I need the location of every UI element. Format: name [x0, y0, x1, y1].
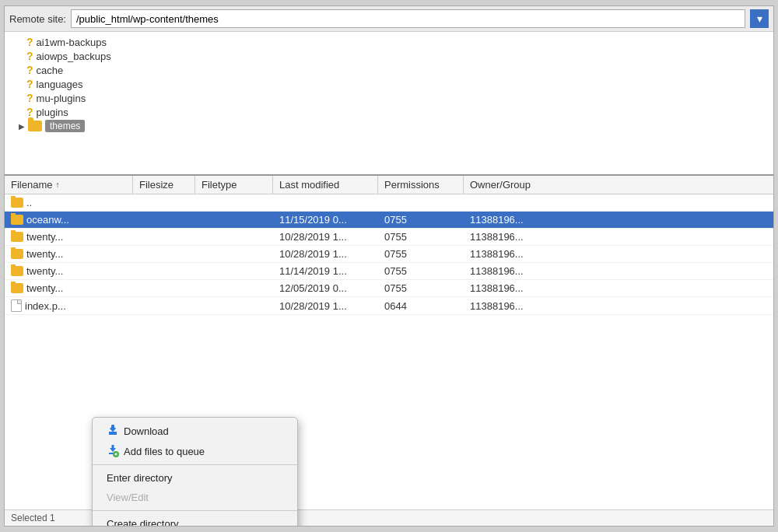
file-name-cell: twenty...: [5, 230, 133, 243]
file-name-cell: ..: [5, 196, 133, 209]
file-lastmod-cell: 10/28/2019 1...: [273, 247, 378, 261]
file-type-cell: [195, 254, 273, 255]
ctx-view-edit-label: View/Edit: [107, 492, 149, 503]
folder-icon: [28, 121, 42, 131]
ctx-separator-1: [93, 464, 297, 465]
file-name-cell: oceanw...: [5, 213, 133, 226]
tree-item-ai1wm-backups[interactable]: ? ai1wm-backups: [11, 35, 767, 49]
file-owner-cell: 11388196...: [464, 282, 773, 295]
file-lastmod-cell: 11/15/2019 0...: [273, 213, 378, 226]
context-menu: Download Add files to queue Enter direct…: [92, 417, 298, 526]
file-name-label: ..: [26, 197, 32, 208]
table-row[interactable]: ..: [5, 194, 773, 212]
file-owner-cell: 11388196...: [464, 299, 773, 313]
file-type-cell: [195, 305, 273, 306]
col-header-filetype[interactable]: Filetype: [195, 176, 273, 194]
folder-icon: [11, 266, 23, 276]
folder-icon: [11, 198, 23, 208]
file-size-cell: [133, 236, 195, 238]
status-text: Selected 1: [11, 513, 55, 523]
col-filename-label: Filename: [11, 179, 52, 191]
expand-arrow-icon: ▶: [17, 121, 26, 131]
ctx-create-directory[interactable]: Create directory: [93, 514, 297, 526]
remote-path-dropdown-button[interactable]: ▾: [750, 9, 769, 28]
file-name-cell: index.p...: [5, 299, 133, 313]
file-name-label: oceanw...: [26, 214, 69, 226]
file-owner-cell: 11388196...: [464, 230, 773, 243]
remote-bar: Remote site: ▾: [5, 6, 773, 32]
tree-item-languages[interactable]: ? languages: [11, 77, 767, 91]
tree-item-label: themes: [45, 120, 85, 132]
column-headers: Filename ↑ Filesize Filetype Last modifi…: [5, 176, 773, 194]
tree-item-label: aiowps_backups: [37, 51, 111, 62]
file-lastmod-cell: 11/14/2019 1...: [273, 264, 378, 278]
svg-rect-0: [109, 433, 117, 435]
col-lastmod-label: Last modified: [279, 179, 339, 191]
ctx-add-to-queue[interactable]: Add files to queue: [93, 441, 297, 461]
add-queue-icon: [107, 445, 119, 457]
tree-item-themes[interactable]: ▶ themes: [11, 119, 767, 133]
col-header-ownergroup[interactable]: Owner/Group: [464, 176, 773, 194]
tree-item-label: ai1wm-backups: [37, 37, 107, 48]
table-row[interactable]: twenty... 12/05/2019 0... 0755 11388196.…: [5, 280, 773, 297]
col-filetype-label: Filetype: [202, 179, 237, 191]
file-owner-cell: 11388196...: [464, 264, 773, 278]
table-row[interactable]: twenty... 10/28/2019 1... 0755 11388196.…: [5, 246, 773, 263]
remote-site-label: Remote site:: [9, 13, 66, 25]
table-row[interactable]: twenty... 11/14/2019 1... 0755 11388196.…: [5, 263, 773, 280]
file-icon: [11, 299, 22, 312]
tree-item-aiowps-backups[interactable]: ? aiowps_backups: [11, 49, 767, 63]
file-name-label: twenty...: [26, 231, 63, 243]
file-name-cell: twenty...: [5, 264, 133, 278]
question-icon: ?: [26, 50, 33, 62]
col-filesize-label: Filesize: [139, 179, 173, 191]
ctx-add-queue-label: Add files to queue: [124, 446, 205, 457]
svg-marker-3: [110, 425, 116, 432]
file-permissions-cell: 0755: [378, 247, 464, 261]
ctx-download[interactable]: Download: [93, 421, 297, 441]
main-panel: Remote site: ▾ ? ai1wm-backups ? aiowps_…: [4, 5, 774, 527]
file-name-label: twenty...: [26, 282, 63, 294]
tree-item-plugins[interactable]: ? plugins: [11, 105, 767, 119]
file-permissions-cell: 0644: [378, 299, 464, 313]
question-icon: ?: [26, 92, 33, 104]
folder-icon: [11, 232, 23, 242]
ctx-separator-2: [93, 510, 297, 511]
col-header-filesize[interactable]: Filesize: [133, 176, 195, 194]
file-type-cell: [195, 219, 273, 221]
tree-item-label: languages: [37, 79, 83, 90]
col-permissions-label: Permissions: [384, 179, 440, 191]
file-size-cell: [133, 219, 195, 221]
file-size-cell: [133, 288, 195, 289]
tree-item-mu-plugins[interactable]: ? mu-plugins: [11, 91, 767, 105]
ctx-enter-directory[interactable]: Enter directory: [93, 468, 297, 488]
question-icon: ?: [26, 36, 33, 48]
file-size-cell: [133, 305, 195, 306]
file-type-cell: [195, 271, 273, 272]
file-name-cell: twenty...: [5, 247, 133, 261]
directory-tree: ? ai1wm-backups ? aiowps_backups ? cache…: [5, 32, 773, 176]
table-row[interactable]: index.p... 10/28/2019 1... 0644 11388196…: [5, 297, 773, 315]
folder-icon: [11, 215, 23, 225]
file-type-cell: [195, 288, 273, 289]
col-header-lastmod[interactable]: Last modified: [273, 176, 378, 194]
file-name-label: twenty...: [26, 248, 63, 260]
sort-arrow-icon: ↑: [55, 180, 59, 189]
col-header-permissions[interactable]: Permissions: [378, 176, 464, 194]
table-row[interactable]: twenty... 10/28/2019 1... 0755 11388196.…: [5, 229, 773, 246]
col-header-filename[interactable]: Filename ↑: [5, 176, 133, 194]
file-lastmod-cell: 12/05/2019 0...: [273, 282, 378, 295]
file-permissions-cell: 0755: [378, 230, 464, 243]
remote-path-input[interactable]: [71, 9, 745, 28]
file-owner-cell: 11388196...: [464, 247, 773, 261]
file-owner-cell: 11388196...: [464, 213, 773, 226]
file-permissions-cell: 0755: [378, 213, 464, 226]
file-type-cell: [195, 202, 273, 204]
tree-item-cache[interactable]: ? cache: [11, 63, 767, 77]
file-name-label: index.p...: [25, 300, 66, 312]
file-permissions-cell: 0755: [378, 264, 464, 278]
tree-item-label: mu-plugins: [37, 93, 86, 104]
download-icon: [107, 425, 119, 437]
question-icon: ?: [26, 106, 33, 118]
table-row[interactable]: oceanw... 11/15/2019 0... 0755 11388196.…: [5, 212, 773, 229]
